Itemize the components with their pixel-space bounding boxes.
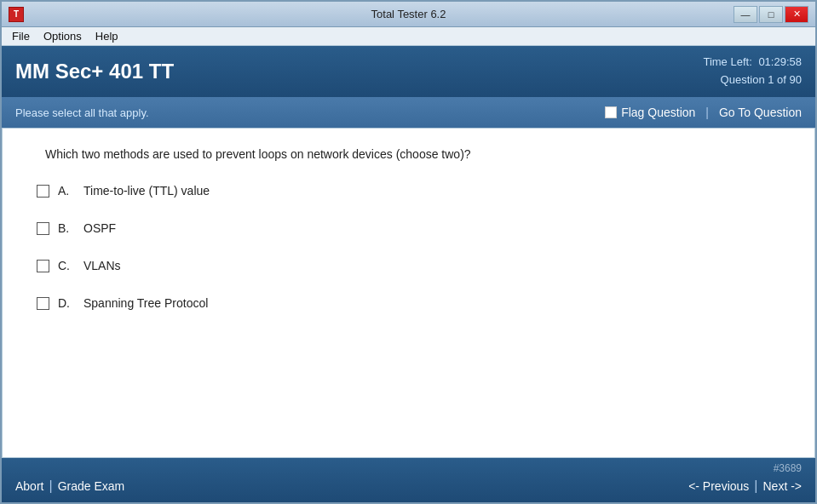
checkbox-a[interactable] bbox=[37, 185, 49, 198]
footer-right: <- Previous | Next -> bbox=[688, 476, 802, 496]
minimize-button[interactable]: — bbox=[734, 6, 757, 23]
checkbox-b[interactable] bbox=[37, 222, 49, 235]
footer: #3689 Abort | Grade Exam <- Previous | N… bbox=[2, 458, 815, 502]
flag-checkbox[interactable] bbox=[605, 106, 617, 118]
sub-header: Please select all that apply. Flag Quest… bbox=[2, 97, 815, 128]
footer-sep1: | bbox=[49, 478, 52, 494]
footer-inner: #3689 Abort | Grade Exam <- Previous | N… bbox=[15, 459, 802, 501]
header-right: Time Left: 01:29:58 Question 1 of 90 bbox=[703, 54, 802, 89]
footer-nav-row: Abort | Grade Exam <- Previous | Next -> bbox=[15, 476, 802, 501]
app-icon: T bbox=[9, 7, 24, 22]
answer-option-b: B. OSPF bbox=[28, 221, 789, 235]
footer-id-row: #3689 bbox=[15, 459, 802, 476]
sub-header-right: Flag Question | Go To Question bbox=[605, 106, 802, 119]
next-button[interactable]: Next -> bbox=[762, 476, 802, 496]
instruction-text: Please select all that apply. bbox=[15, 106, 149, 119]
exam-title: MM Sec+ 401 TT bbox=[15, 60, 174, 83]
answer-option-d: D. Spanning Tree Protocol bbox=[28, 296, 789, 310]
time-left-value: 01:29:58 bbox=[758, 55, 802, 68]
time-left-label: Time Left: bbox=[703, 55, 751, 68]
window-controls: — □ ✕ bbox=[734, 6, 808, 23]
checkbox-c[interactable] bbox=[37, 260, 49, 272]
content-area: Which two methods are used to prevent lo… bbox=[2, 128, 815, 458]
answer-label-d: D. bbox=[58, 296, 83, 310]
close-button[interactable]: ✕ bbox=[785, 6, 808, 23]
header-separator: | bbox=[705, 106, 709, 119]
previous-button[interactable]: <- Previous bbox=[688, 476, 749, 496]
answer-option-c: C. VLANs bbox=[28, 259, 789, 272]
menu-file[interactable]: File bbox=[5, 28, 37, 44]
answer-label-a: A. bbox=[58, 184, 83, 198]
answer-text-c: VLANs bbox=[83, 259, 121, 272]
time-left-row: Time Left: 01:29:58 bbox=[703, 54, 802, 72]
menu-options[interactable]: Options bbox=[37, 28, 89, 44]
menu-bar: File Options Help bbox=[2, 27, 815, 46]
flag-question-control[interactable]: Flag Question bbox=[605, 106, 695, 119]
header-bar: MM Sec+ 401 TT Time Left: 01:29:58 Quest… bbox=[2, 46, 815, 97]
abort-button[interactable]: Abort bbox=[15, 476, 43, 496]
title-bar-left: T bbox=[9, 7, 24, 22]
maximize-button[interactable]: □ bbox=[759, 6, 783, 23]
question-text: Which two methods are used to prevent lo… bbox=[28, 146, 789, 163]
answer-text-b: OSPF bbox=[83, 221, 116, 235]
checkbox-d[interactable] bbox=[37, 297, 49, 310]
window-title: Total Tester 6.2 bbox=[371, 8, 446, 20]
flag-question-label: Flag Question bbox=[621, 106, 695, 119]
answer-text-d: Spanning Tree Protocol bbox=[83, 296, 208, 310]
question-info: Question 1 of 90 bbox=[703, 72, 802, 89]
question-id: #3689 bbox=[774, 462, 802, 474]
answer-label-c: C. bbox=[58, 259, 83, 272]
answer-label-b: B. bbox=[58, 221, 83, 235]
title-bar: T Total Tester 6.2 — □ ✕ bbox=[2, 2, 815, 27]
answer-text-a: Time-to-live (TTL) value bbox=[83, 184, 210, 198]
footer-sep2: | bbox=[754, 478, 757, 494]
footer-left: Abort | Grade Exam bbox=[15, 476, 124, 496]
answer-option-a: A. Time-to-live (TTL) value bbox=[28, 184, 789, 198]
grade-exam-button[interactable]: Grade Exam bbox=[58, 476, 125, 496]
goto-question-button[interactable]: Go To Question bbox=[719, 106, 802, 119]
menu-help[interactable]: Help bbox=[89, 28, 125, 44]
